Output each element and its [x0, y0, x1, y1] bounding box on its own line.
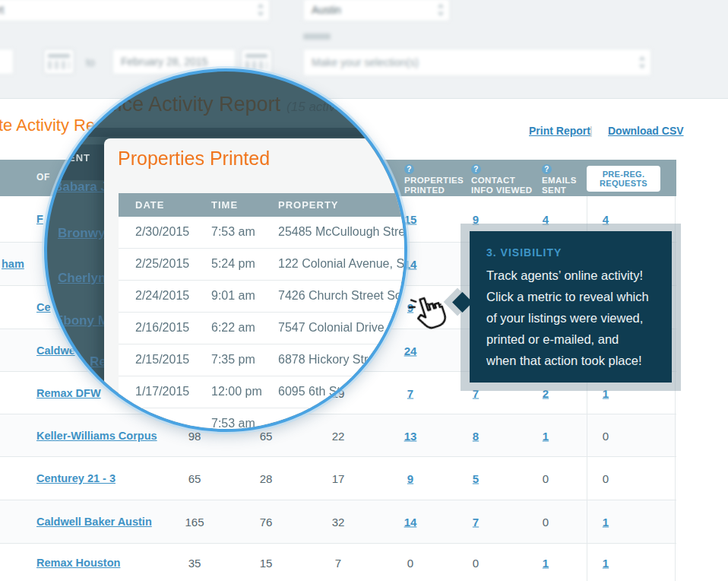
column-header-properties-printed: ? PROPERTIES PRINTED	[404, 164, 464, 195]
filter-form-section: port Austin to February 28, 2015 Make yo…	[0, 0, 728, 99]
date-to-value: February 28, 2015	[121, 56, 207, 68]
tooltip-body: Track agents’ online activity!Click a me…	[486, 265, 661, 371]
print-time: 7:53 am	[211, 417, 255, 430]
metric-value: 0	[543, 472, 549, 485]
metric-value-link[interactable]: 9	[407, 472, 413, 485]
metric-value-link[interactable]: 1	[543, 556, 549, 569]
column-header-label: CONTACT INFO VIEWED	[471, 176, 532, 195]
selections-multiselect[interactable]: Make your selection(s)	[303, 49, 651, 76]
select-stepper-icon	[258, 4, 264, 16]
print-date: 2/16/2015	[135, 321, 189, 335]
print-time: 7:35 pm	[211, 353, 255, 367]
blurred-form-content: port Austin to February 28, 2015 Make yo…	[0, 0, 728, 98]
download-csv-link[interactable]: Download CSV	[608, 125, 684, 137]
help-icon[interactable]: ?	[542, 164, 552, 174]
select-stepper-icon	[438, 4, 445, 16]
table-row: Centurey 21 - 36528179500	[0, 456, 676, 500]
table-row: Keller-Williams Corpus98652213810	[0, 414, 676, 456]
print-time: 9:01 am	[211, 289, 255, 303]
office-link[interactable]: ham	[2, 258, 24, 270]
metric-value-link[interactable]: 7	[473, 516, 479, 529]
modal-table-header: DATE TIME PROPERTY	[119, 193, 407, 217]
column-header-label: PROPERTIES PRINTED	[404, 176, 464, 195]
metric-value: 15	[260, 556, 273, 569]
metric-value: 165	[185, 516, 204, 529]
date-from-input[interactable]	[0, 49, 14, 75]
metric-value: 28	[260, 472, 273, 485]
tooltip-line: printed or e-mailed, and	[486, 329, 661, 350]
print-property: 7426 Church Street South	[278, 289, 407, 303]
tooltip-line: Click a metric to reveal which	[486, 286, 661, 307]
office-link[interactable]: Caldwe	[36, 344, 75, 357]
print-property: 6878 Hickory Stree	[278, 353, 381, 367]
modal-table-row: 2/24/20159:01 am7426 Church Street South	[119, 281, 407, 313]
column-header-emails-sent: ? EMAILS SENT	[542, 164, 577, 195]
metric-value: 22	[332, 429, 345, 442]
print-date: 1/17/2015	[135, 385, 189, 398]
metric-value: 32	[332, 516, 345, 529]
tooltip-heading: 3. VISIBILITY	[486, 246, 562, 259]
metric-value: 0	[473, 556, 479, 569]
metric-value-link[interactable]: 13	[404, 429, 417, 442]
tooltip-line: Track agents’ online activity!	[486, 265, 661, 286]
office-link[interactable]: Keller-Williams Corpus	[36, 430, 157, 442]
metric-value: 0	[603, 429, 609, 442]
metric-value: 35	[188, 556, 201, 569]
office-link[interactable]: Caldwell Baker Austin	[36, 516, 152, 528]
office-link[interactable]: Ce	[36, 301, 51, 313]
metric-value: 17	[332, 472, 345, 485]
field-label-blur	[303, 33, 331, 40]
visibility-tooltip: 3. VISIBILITY Track agents’ online activ…	[470, 231, 672, 383]
print-time: 12:00 pm	[211, 385, 262, 398]
links-divider: |	[590, 125, 593, 137]
metric-value-link[interactable]: 7	[407, 386, 413, 399]
column-header-label: EMAILS SENT	[542, 176, 577, 195]
metric-value-link[interactable]: 8	[473, 429, 479, 442]
print-property: 7547 Colonial Drive, Sa	[278, 321, 406, 335]
metric-value-link[interactable]: 1	[603, 516, 609, 529]
help-icon[interactable]: ?	[471, 164, 481, 174]
office-link[interactable]: Remax Houston	[36, 557, 120, 569]
metric-value: 65	[188, 472, 201, 485]
print-time: 6:22 am	[211, 321, 255, 335]
calendar-icon[interactable]	[43, 49, 74, 75]
metric-value: 76	[260, 516, 273, 529]
modal-table-row: 2/16/20156:22 am7547 Colonial Drive, Sa	[119, 313, 407, 344]
metric-value-link[interactable]: 1	[603, 556, 609, 569]
table-row: Remax Houston351570011	[0, 543, 676, 581]
modal-table-row: 2/25/20155:24 pm122 Colonial Avenue, San…	[119, 249, 407, 281]
column-header-prereg-requests: PRE-REG. REQUESTS	[587, 166, 660, 192]
metric-value: 98	[188, 429, 201, 442]
print-date: 2/25/2015	[135, 257, 189, 271]
print-time: 5:24 pm	[211, 257, 255, 271]
office-link[interactable]: Centurey 21 - 3	[36, 472, 116, 484]
magnifier-circle: ffice Activity Report(15 active a ENT Ba…	[44, 68, 407, 432]
metric-value-link[interactable]: 1	[543, 429, 549, 442]
dimmed-header-strip	[47, 128, 404, 137]
tooltip-line: of your listings were viewed,	[486, 307, 661, 329]
date-range-to-label: to	[86, 56, 95, 68]
selections-placeholder: Make your selection(s)	[312, 56, 419, 68]
dimmed-title-suffix: (15 active a	[286, 100, 353, 114]
metric-value: 0	[407, 556, 413, 569]
print-report-link[interactable]: Print Report	[529, 125, 590, 137]
metric-value-link[interactable]: 15	[404, 213, 417, 226]
print-date: 2/24/2015	[135, 289, 189, 303]
office-link[interactable]: Remax DFW	[36, 387, 101, 399]
modal-col-time: TIME	[211, 199, 238, 211]
metric-value-link[interactable]: 14	[404, 516, 417, 529]
city-select[interactable]: Austin	[303, 0, 450, 21]
report-type-value: port	[0, 4, 4, 16]
report-type-select[interactable]: port	[0, 0, 270, 21]
help-icon[interactable]: ?	[404, 164, 414, 174]
tooltip-line: when that action took place!	[486, 350, 661, 371]
select-stepper-icon	[639, 56, 646, 68]
office-link[interactable]: F	[36, 213, 43, 225]
dimmed-title-text: ffice Activity Report	[106, 93, 280, 116]
metric-value: 0	[603, 472, 609, 485]
metric-value-link[interactable]: 5	[473, 472, 479, 485]
print-property: 6095 6th St	[278, 385, 340, 398]
print-date: 2/15/2015	[135, 353, 189, 367]
metric-value-link[interactable]: 24	[404, 344, 417, 357]
office-activity-report-page: port Austin to February 28, 2015 Make yo…	[0, 0, 728, 581]
